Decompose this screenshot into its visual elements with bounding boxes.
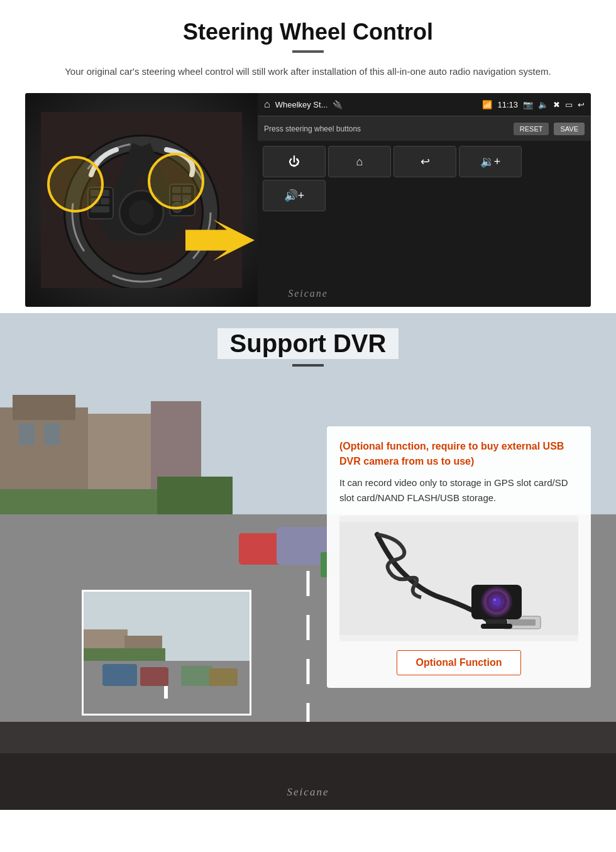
home-nav-icon: ⌂ xyxy=(264,99,270,110)
ui-prompt-text: Press steering wheel buttons xyxy=(264,124,509,133)
seicane-watermark-dvr: Seicane xyxy=(287,786,329,799)
ui-icon-buttons-grid: ⏻ ⌂ ↩ 🔉+ 🔊+ xyxy=(258,141,591,216)
dvr-thumbnail-svg xyxy=(84,592,251,716)
svg-rect-43 xyxy=(508,619,536,626)
status-time: 11:13 xyxy=(497,100,518,109)
highlight-circle-left xyxy=(47,156,104,213)
dvr-thumbnail-inner xyxy=(84,592,250,714)
yellow-arrow xyxy=(185,219,255,275)
svg-rect-41 xyxy=(339,522,578,635)
ui-statusbar: ⌂ Wheelkey St... 🔌 📶 11:13 📷 🔈 ✖ ▭ ↩ xyxy=(258,93,591,116)
svg-rect-61 xyxy=(140,667,168,686)
steering-title: Steering Wheel Control xyxy=(25,19,591,45)
svg-rect-40 xyxy=(0,753,616,810)
home-button[interactable]: ⌂ xyxy=(328,146,391,177)
usb-icon: 🔌 xyxy=(333,100,343,109)
svg-rect-62 xyxy=(181,666,212,686)
svg-rect-59 xyxy=(164,686,168,699)
save-button[interactable]: SAVE xyxy=(554,123,585,135)
back-button[interactable]: ↩ xyxy=(393,146,456,177)
steering-description: Your original car's steering wheel contr… xyxy=(25,64,591,79)
dvr-title: Support DVR xyxy=(217,328,399,359)
svg-rect-31 xyxy=(157,477,233,521)
ui-control-row: Press steering wheel buttons RESET SAVE xyxy=(258,116,591,141)
steering-wheel-photo xyxy=(25,93,258,307)
highlight-circle-right xyxy=(148,153,204,209)
seicane-watermark-steering: Seicane xyxy=(288,288,328,299)
screen-icon: ▭ xyxy=(565,100,573,109)
svg-rect-29 xyxy=(44,423,60,445)
volume-icon: 🔈 xyxy=(538,100,548,109)
dvr-camera-image xyxy=(339,516,578,641)
svg-marker-22 xyxy=(185,219,255,261)
power-button[interactable]: ⏻ xyxy=(263,146,326,177)
reset-button[interactable]: RESET xyxy=(514,123,549,135)
svg-rect-14 xyxy=(91,206,109,213)
close-icon: ✖ xyxy=(553,100,560,109)
svg-rect-28 xyxy=(19,423,35,445)
svg-rect-25 xyxy=(13,395,75,420)
steering-ui-panel: ⌂ Wheelkey St... 🔌 📶 11:13 📷 🔈 ✖ ▭ ↩ Pre… xyxy=(258,93,591,307)
svg-rect-13 xyxy=(101,198,109,204)
svg-point-50 xyxy=(481,586,512,617)
back-icon: ↩ xyxy=(578,100,585,109)
camera-icon: 📷 xyxy=(523,100,533,109)
vol-down-button[interactable]: 🔉+ xyxy=(459,146,522,177)
dvr-title-area: Support DVR xyxy=(0,313,616,373)
dvr-description-text: It can record video only to storage in G… xyxy=(339,475,578,506)
vol-up-button[interactable]: 🔊+ xyxy=(263,180,326,211)
dvr-section: Support DVR (Optional function, require … xyxy=(0,313,616,810)
dvr-optional-text: (Optional function, require to buy exter… xyxy=(339,439,578,469)
dvr-title-underline xyxy=(292,364,324,367)
wifi-icon: 📶 xyxy=(482,100,492,109)
svg-rect-52 xyxy=(481,624,512,629)
svg-point-7 xyxy=(129,200,154,225)
steering-section: Steering Wheel Control Your original car… xyxy=(0,0,616,307)
svg-rect-63 xyxy=(209,668,238,686)
steering-image-block: ⌂ Wheelkey St... 🔌 📶 11:13 📷 🔈 ✖ ▭ ↩ Pre… xyxy=(25,93,591,307)
svg-rect-60 xyxy=(102,664,137,686)
optional-function-button[interactable]: Optional Function xyxy=(397,650,522,675)
dvr-camera-svg xyxy=(339,516,578,641)
dvr-info-card: (Optional function, require to buy exter… xyxy=(327,426,591,688)
dvr-thumbnail xyxy=(82,590,251,716)
ui-app-name: Wheelkey St... xyxy=(275,100,328,109)
optional-function-area: Optional Function xyxy=(339,650,578,675)
steering-title-underline xyxy=(292,50,324,53)
